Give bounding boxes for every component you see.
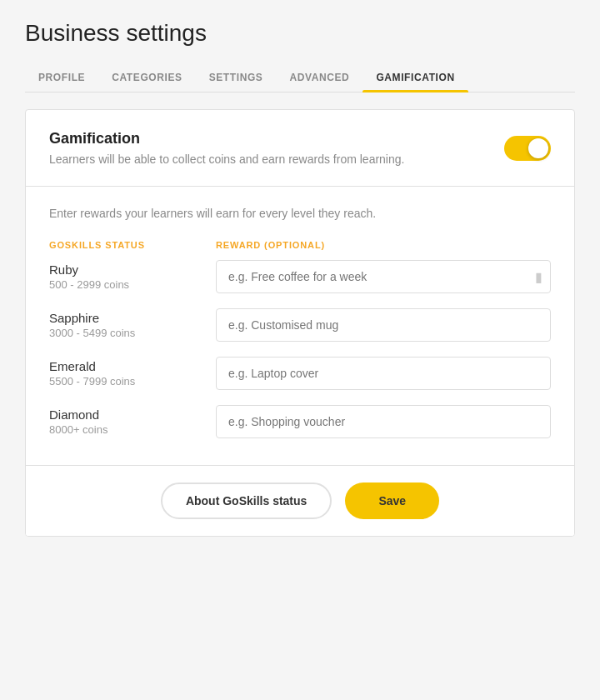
footer-section: About GoSkills status Save	[26, 466, 574, 536]
status-emerald: Emerald 5500 - 7999 coins	[49, 359, 216, 388]
tab-advanced[interactable]: ADVANCED	[276, 63, 362, 92]
col-reward-label: REWARD (OPTIONAL)	[216, 240, 551, 250]
col-status-label: GOSKILLS STATUS	[49, 240, 216, 250]
rewards-section: Enter rewards your learners will earn fo…	[26, 187, 574, 466]
gamification-heading: Gamification	[49, 130, 404, 148]
gamification-text: Gamification Learners will be able to co…	[49, 130, 404, 166]
reward-row-sapphire: Sapphire 3000 - 5499 coins	[49, 308, 551, 342]
status-diamond: Diamond 8000+ coins	[49, 408, 216, 436]
status-diamond-range: 8000+ coins	[49, 423, 216, 436]
reward-input-emerald[interactable]	[216, 357, 551, 390]
main-card: Gamification Learners will be able to co…	[25, 109, 575, 537]
status-sapphire: Sapphire 3000 - 5499 coins	[49, 311, 216, 339]
save-button[interactable]: Save	[345, 482, 439, 519]
status-diamond-name: Diamond	[49, 408, 216, 422]
status-sapphire-name: Sapphire	[49, 311, 216, 325]
tab-gamification[interactable]: GAMIFICATION	[362, 63, 468, 92]
reward-input-sapphire[interactable]	[216, 308, 551, 342]
reward-input-ruby[interactable]	[216, 260, 551, 293]
status-emerald-range: 5500 - 7999 coins	[49, 375, 216, 388]
reward-input-wrapper-ruby: ▮	[216, 260, 551, 293]
reward-row-ruby: Ruby 500 - 2999 coins ▮	[49, 260, 551, 293]
rewards-table-header: GOSKILLS STATUS REWARD (OPTIONAL)	[49, 240, 551, 250]
reward-row-diamond: Diamond 8000+ coins	[49, 405, 551, 438]
status-ruby: Ruby 500 - 2999 coins	[49, 262, 216, 291]
gamification-toggle[interactable]	[504, 136, 551, 161]
reward-input-wrapper-emerald	[216, 357, 551, 390]
tab-settings[interactable]: SETTINGS	[196, 63, 277, 92]
reward-input-wrapper-sapphire	[216, 308, 551, 342]
status-ruby-range: 500 - 2999 coins	[49, 278, 216, 291]
reward-input-wrapper-diamond	[216, 405, 551, 438]
gamification-desc: Learners will be able to collect coins a…	[49, 152, 404, 166]
rewards-intro: Enter rewards your learners will earn fo…	[49, 207, 551, 220]
reward-row-emerald: Emerald 5500 - 7999 coins	[49, 357, 551, 390]
page-title: Business settings	[25, 20, 575, 47]
status-emerald-name: Emerald	[49, 359, 216, 373]
tab-nav: PROFILE CATEGORIES SETTINGS ADVANCED GAM…	[25, 63, 575, 92]
toggle-thumb	[528, 138, 548, 158]
about-goskills-button[interactable]: About GoSkills status	[161, 482, 332, 519]
status-ruby-name: Ruby	[49, 262, 216, 277]
tab-profile[interactable]: PROFILE	[25, 63, 98, 92]
gamification-toggle-section: Gamification Learners will be able to co…	[26, 110, 574, 187]
status-sapphire-range: 3000 - 5499 coins	[49, 327, 216, 339]
reward-input-diamond[interactable]	[216, 405, 551, 438]
tab-categories[interactable]: CATEGORIES	[98, 63, 195, 92]
calendar-icon: ▮	[535, 269, 542, 285]
